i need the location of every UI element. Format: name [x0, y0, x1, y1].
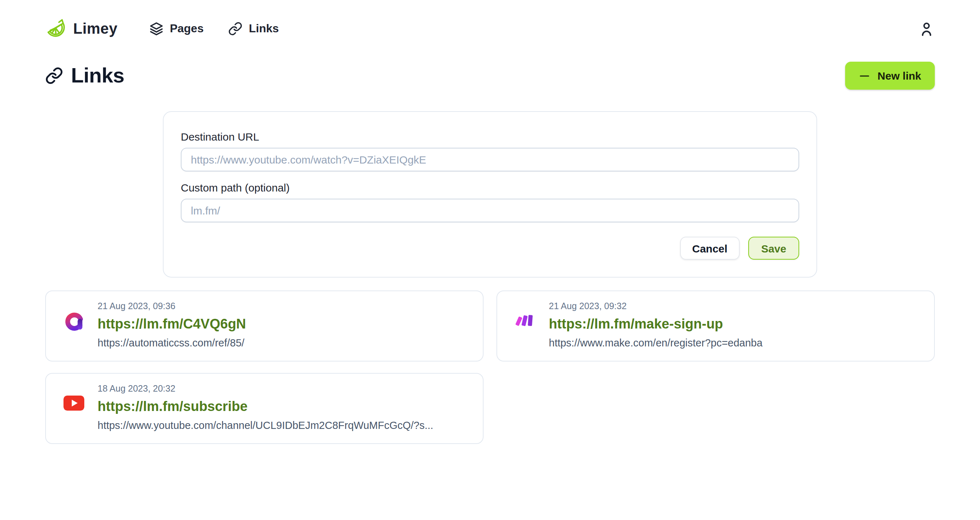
app-header: Limey Pages — [0, 0, 980, 43]
form-actions: Cancel Save — [181, 237, 799, 260]
youtube-logo — [63, 392, 85, 414]
new-link-form: Destination URL Custom path (optional) C… — [163, 111, 817, 278]
lime-logo-icon — [45, 18, 67, 40]
make-logo — [514, 310, 536, 331]
layers-icon — [149, 22, 163, 36]
destination-url-text: https://www.make.com/en/register?pc=edan… — [549, 336, 763, 350]
link-date: 18 Aug 2023, 20:32 — [97, 383, 433, 395]
destination-url-label: Destination URL — [181, 130, 799, 143]
brand-name: Limey — [73, 20, 117, 37]
destination-field-group: Destination URL — [181, 130, 799, 172]
destination-url-text: https://www.youtube.com/channel/UCL9IDbE… — [97, 418, 433, 433]
link-card[interactable]: 18 Aug 2023, 20:32 https://lm.fm/subscri… — [45, 373, 484, 444]
link-info: 21 Aug 2023, 09:32 https://lm.fm/make-si… — [549, 301, 763, 350]
link-card[interactable]: 21 Aug 2023, 09:32 https://lm.fm/make-si… — [496, 291, 935, 361]
destination-url-text: https://automaticcss.com/ref/85/ — [97, 336, 246, 350]
account-button[interactable] — [918, 21, 935, 37]
main-content: Links New link Destination URL Custom pa… — [45, 62, 935, 444]
link-date: 21 Aug 2023, 09:32 — [549, 301, 763, 313]
main-nav: Pages Links — [149, 22, 279, 36]
new-link-label: New link — [877, 70, 921, 82]
nav-pages-label: Pages — [170, 22, 204, 35]
link-info: 21 Aug 2023, 09:36 https://lm.fm/C4VQ6gN… — [97, 301, 246, 350]
cancel-button[interactable]: Cancel — [680, 237, 740, 260]
new-link-button[interactable]: New link — [845, 62, 935, 90]
links-list: 21 Aug 2023, 09:36 https://lm.fm/C4VQ6gN… — [45, 291, 935, 444]
page-title-link-icon — [45, 67, 63, 84]
automaticcss-logo — [63, 310, 85, 331]
brand-limey[interactable]: Limey — [45, 18, 117, 40]
nav-item-links[interactable]: Links — [228, 22, 279, 36]
custom-path-field-group: Custom path (optional) — [181, 181, 799, 223]
limey-app: Limey Pages — [0, 0, 980, 520]
nav-links-label: Links — [249, 22, 279, 35]
destination-url-input[interactable] — [181, 148, 799, 172]
link-icon — [228, 22, 242, 36]
nav-item-pages[interactable]: Pages — [149, 22, 204, 36]
custom-path-label: Custom path (optional) — [181, 181, 799, 194]
short-url-link[interactable]: https://lm.fm/C4VQ6gN — [97, 314, 246, 334]
save-button[interactable]: Save — [748, 237, 799, 260]
link-date: 21 Aug 2023, 09:36 — [97, 301, 246, 313]
page-title: Links — [71, 64, 124, 87]
minus-icon — [859, 70, 870, 81]
short-url-link[interactable]: https://lm.fm/make-sign-up — [549, 314, 763, 334]
link-info: 18 Aug 2023, 20:32 https://lm.fm/subscri… — [97, 383, 433, 433]
person-icon — [918, 21, 935, 37]
title-row: Links New link — [45, 62, 935, 90]
link-card[interactable]: 21 Aug 2023, 09:36 https://lm.fm/C4VQ6gN… — [45, 291, 484, 361]
short-url-link[interactable]: https://lm.fm/subscribe — [97, 397, 433, 416]
custom-path-input[interactable] — [181, 199, 799, 223]
